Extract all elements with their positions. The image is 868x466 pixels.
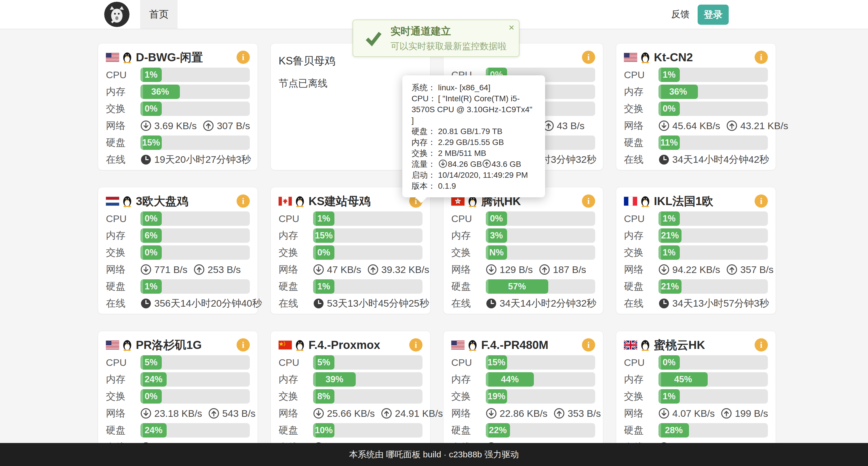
- upload-speed: 307 B/s: [217, 120, 250, 131]
- stat-label: 交换: [279, 246, 313, 259]
- progress-value: 45%: [674, 374, 692, 385]
- footer-commit-link[interactable]: c23b88b: [449, 450, 482, 459]
- progress-track: 24%: [141, 372, 250, 387]
- tooltip-row: 系统：linux- [x86_64]: [411, 82, 536, 93]
- stat-label: 在线: [451, 297, 486, 310]
- feedback-link[interactable]: 反馈: [671, 0, 689, 29]
- progress-track: 44%: [486, 372, 595, 387]
- clock-icon: [658, 298, 670, 309]
- upload-speed: 39.32 KB/s: [381, 264, 429, 275]
- progress-fill: 1%: [658, 389, 680, 404]
- info-icon[interactable]: i: [754, 195, 768, 208]
- site-logo-avatar[interactable]: [104, 2, 129, 27]
- upload-arrow-icon: [381, 408, 392, 419]
- footer-text-suffix: 强力驱动: [482, 449, 519, 461]
- country-flag-icon: [451, 197, 465, 206]
- download-speed: 23.18 KB/s: [154, 408, 202, 419]
- progress-track: 5%: [313, 355, 423, 370]
- upload-arrow-icon: [539, 264, 550, 275]
- cpu-row: CPU1%: [279, 211, 423, 226]
- info-icon[interactable]: i: [237, 195, 250, 208]
- swap-row: 交换1%: [624, 245, 768, 260]
- server-stats: CPU1%内存15%交换0%网络47 KB/s39.32 KB/s硬盘1%在线5…: [279, 211, 423, 311]
- progress-fill: 1%: [141, 279, 162, 294]
- stat-label: 在线: [106, 297, 141, 310]
- info-icon[interactable]: i: [582, 195, 595, 208]
- info-icon[interactable]: i: [582, 51, 595, 64]
- server-stats: CPU0%内存45%交换1%网络4.07 KB/s199 B/s硬盘28%在线: [624, 355, 768, 455]
- download-speed: 45.64 KB/s: [672, 120, 720, 131]
- network-row: 网络47 KB/s39.32 KB/s: [279, 262, 423, 277]
- tooltip-row: CPU：[ "Intel(R) Core(TM) i5-3570S CPU @ …: [411, 93, 536, 126]
- progress-fill: 1%: [313, 279, 334, 294]
- network-row: 网络94.22 KB/s357 B/s: [624, 262, 768, 277]
- avatar-meme-face: [104, 2, 129, 27]
- info-icon[interactable]: i: [237, 51, 250, 64]
- download-arrow-icon: [141, 264, 151, 275]
- tab-home[interactable]: 首页: [140, 0, 178, 29]
- download-arrow-icon: [313, 264, 324, 275]
- progress-value: 15%: [315, 230, 333, 241]
- disk-row: 硬盘1%: [106, 279, 250, 294]
- info-icon[interactable]: i: [237, 338, 250, 352]
- stat-label: 内存: [451, 373, 486, 386]
- progress-fill: 1%: [658, 68, 680, 82]
- progress-fill: 0%: [141, 245, 162, 260]
- toast-close-icon[interactable]: ×: [508, 23, 514, 32]
- progress-fill: 1%: [658, 211, 680, 226]
- progress-track: 1%: [658, 389, 768, 404]
- progress-track: 21%: [658, 228, 768, 243]
- info-icon[interactable]: i: [754, 51, 768, 64]
- tooltip-row: 内存：2.29 GB/15.55 GB: [411, 137, 536, 148]
- progress-value: 21%: [661, 281, 679, 292]
- download-speed: 771 B/s: [154, 264, 187, 275]
- stat-label: 硬盘: [279, 280, 313, 293]
- tooltip-label: CPU：: [411, 93, 438, 104]
- uptime-value: 53天13小时45分钟25秒: [327, 297, 429, 310]
- progress-value: 3%: [490, 230, 503, 241]
- stat-label: 交换: [106, 102, 141, 115]
- progress-track: 1%: [141, 68, 250, 82]
- progress-value: 1%: [317, 213, 331, 224]
- footer-text-prefix: 本系统由: [349, 449, 386, 461]
- network-row: 网络22.86 KB/s353 B/s: [451, 406, 595, 421]
- disk-row: 硬盘57%: [451, 279, 595, 294]
- server-card: PR洛杉矶1G i CPU5%内存24%交换0%网络23.18 KB/s543 …: [98, 331, 258, 458]
- progress-value: 0%: [317, 247, 331, 258]
- progress-track: N%: [486, 245, 595, 260]
- progress-fill: 1%: [313, 211, 334, 226]
- progress-value: 22%: [489, 425, 507, 435]
- tooltip-row: 版本：0.1.9: [411, 181, 536, 192]
- login-button[interactable]: 登录: [698, 5, 729, 25]
- download-arrow-icon: [486, 264, 497, 275]
- server-name: 蜜桃云HK: [654, 337, 754, 353]
- linux-penguin-icon: [122, 195, 132, 207]
- progress-track: 28%: [658, 423, 768, 437]
- stat-label: CPU: [279, 357, 313, 368]
- progress-track: 39%: [313, 372, 423, 387]
- stat-label: 内存: [279, 373, 313, 386]
- stat-label: 内存: [624, 85, 658, 98]
- tooltip-value: linux- [x86_64]: [438, 83, 490, 92]
- progress-track: 0%: [141, 389, 250, 404]
- tooltip-label: 启动：: [411, 170, 438, 181]
- memory-row: 内存24%: [106, 372, 250, 387]
- server-stats: CPU0%内存6%交换0%网络771 B/s253 B/s硬盘1%在线356天1…: [106, 211, 250, 311]
- linux-penguin-icon: [640, 51, 650, 63]
- progress-fill: 22%: [486, 423, 510, 437]
- swap-row: 交换1%: [624, 389, 768, 404]
- stat-label: 交换: [279, 390, 313, 403]
- stat-label: 硬盘: [451, 424, 486, 437]
- progress-value: 24%: [145, 425, 163, 435]
- stat-label: 网络: [451, 407, 486, 420]
- stat-label: 硬盘: [106, 136, 141, 149]
- info-icon[interactable]: i: [409, 338, 423, 352]
- clock-icon: [141, 298, 151, 309]
- progress-value: 1%: [317, 281, 331, 292]
- progress-value: 0%: [145, 104, 158, 114]
- progress-track: 24%: [141, 423, 250, 437]
- info-icon[interactable]: i: [754, 338, 768, 352]
- info-icon[interactable]: i: [582, 338, 595, 352]
- tooltip-row: 启动：10/14/2020, 11:49:29 PM: [411, 170, 536, 181]
- footer-panel-link[interactable]: 哪吒面板: [386, 449, 421, 461]
